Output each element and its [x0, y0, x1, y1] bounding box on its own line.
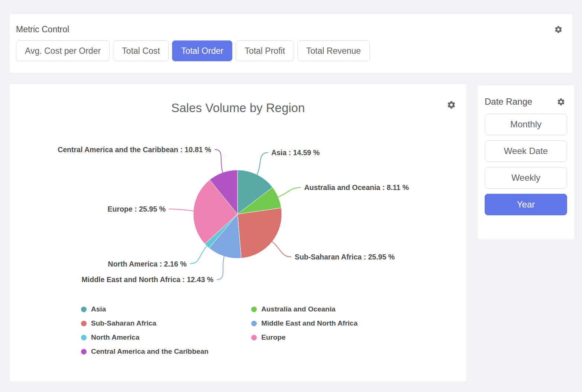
metric-button-total-revenue[interactable]: Total Revenue — [297, 40, 370, 61]
sales-volume-chart-panel: Sales Volume by Region Asia : 14.59 %Aus… — [10, 84, 466, 381]
date-range-button-monthly[interactable]: Monthly — [485, 114, 567, 135]
gear-icon[interactable] — [447, 100, 456, 110]
legend-label: Australia and Oceania — [261, 305, 336, 313]
pie-label-middle-east-and-north-africa: Middle East and North Africa : 12.43 % — [82, 275, 214, 284]
pie-label-line-asia — [257, 153, 268, 174]
pie-label-central-america-and-the-caribbean: Central America and the Caribbean : 10.8… — [58, 146, 211, 154]
metric-control-title: Metric Control — [16, 24, 69, 35]
pie-label-asia: Asia : 14.59 % — [271, 148, 320, 157]
legend-item-north-america[interactable]: North America — [81, 330, 251, 344]
legend-label: Middle East and North Africa — [261, 319, 358, 327]
legend-item-asia[interactable]: Asia — [81, 302, 251, 316]
legend-item-europe[interactable]: Europe — [251, 330, 421, 344]
date-range-button-weekly[interactable]: Weekly — [485, 167, 567, 189]
pie-chart: Asia : 14.59 %Australia and Oceania : 8.… — [10, 136, 466, 303]
legend-item-central-america-and-the-caribbean[interactable]: Central America and the Caribbean — [81, 344, 251, 359]
pie-label-line-australia-and-oceania — [278, 187, 301, 197]
pie-label-australia-and-oceania: Australia and Oceania : 8.11 % — [304, 183, 409, 192]
pie-label-europe: Europe : 25.95 % — [107, 205, 165, 213]
legend-label: Central America and the Caribbean — [91, 347, 208, 356]
legend-dot-icon — [251, 321, 257, 326]
legend-dot-icon — [81, 307, 87, 312]
date-range-button-year[interactable]: Year — [485, 194, 567, 215]
legend-dot-icon — [251, 335, 257, 340]
date-range-button-week-date[interactable]: Week Date — [485, 140, 567, 162]
pie-label-line-north-america — [190, 246, 207, 264]
legend-item-australia-and-oceania[interactable]: Australia and Oceania — [251, 302, 421, 316]
chart-legend: AsiaAustralia and OceaniaSub-Saharan Afr… — [81, 302, 421, 359]
legend-label: Asia — [91, 305, 106, 313]
pie-label-sub-saharan-africa: Sub-Saharan Africa : 25.95 % — [295, 253, 395, 261]
metric-button-avg-cost-per-order[interactable]: Avg. Cost per Order — [16, 40, 110, 61]
pie-label-line-middle-east-and-north-africa — [217, 257, 224, 280]
metric-button-group: Avg. Cost per OrderTotal CostTotal Order… — [10, 35, 572, 61]
pie-slice-sub-saharan-africa[interactable] — [237, 208, 282, 258]
metric-control-panel: Metric Control Avg. Cost per OrderTotal … — [10, 14, 572, 73]
legend-label: North America — [91, 333, 139, 342]
metric-control-header: Metric Control — [10, 14, 572, 35]
legend-label: Sub-Saharan Africa — [91, 319, 156, 327]
metric-button-total-order[interactable]: Total Order — [172, 40, 232, 61]
legend-label: Europe — [261, 333, 285, 342]
date-range-title: Date Range — [485, 97, 532, 107]
pie-label-line-europe — [169, 209, 194, 211]
legend-item-middle-east-and-north-africa[interactable]: Middle East and North Africa — [251, 316, 421, 330]
legend-dot-icon — [81, 321, 87, 326]
legend-dot-icon — [81, 335, 87, 340]
pie-label-line-central-america-and-the-caribbean — [214, 150, 223, 173]
pie-label-line-sub-saharan-africa — [272, 242, 291, 257]
date-range-panel: Date Range MonthlyWeek DateWeeklyYear — [478, 85, 574, 239]
metric-button-total-cost[interactable]: Total Cost — [113, 40, 169, 61]
gear-icon[interactable] — [554, 25, 563, 34]
date-range-header: Date Range — [478, 85, 574, 107]
legend-item-sub-saharan-africa[interactable]: Sub-Saharan Africa — [81, 316, 251, 330]
date-range-button-group: MonthlyWeek DateWeeklyYear — [478, 107, 574, 215]
legend-dot-icon — [251, 307, 257, 312]
gear-icon[interactable] — [557, 98, 565, 106]
legend-dot-icon — [81, 349, 87, 355]
metric-button-total-profit[interactable]: Total Profit — [236, 40, 294, 61]
chart-title: Sales Volume by Region — [10, 101, 466, 115]
pie-label-north-america: North America : 2.16 % — [108, 260, 187, 268]
dashboard-page: Metric Control Avg. Cost per OrderTotal … — [0, 0, 582, 392]
